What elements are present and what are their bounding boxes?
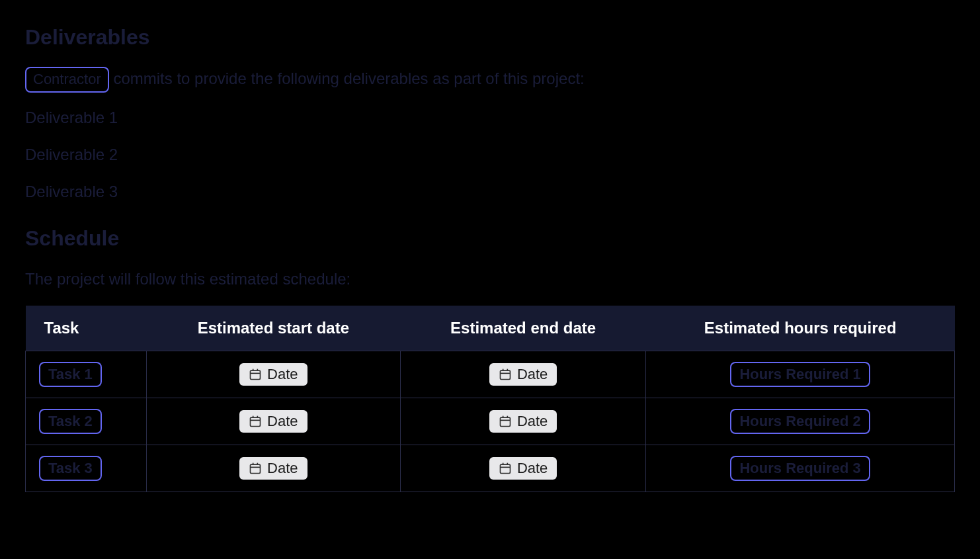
calendar-icon	[249, 462, 262, 475]
hours-chip[interactable]: Hours Required 1	[730, 362, 870, 387]
col-task: Task	[26, 306, 147, 351]
hours-chip[interactable]: Hours Required 3	[730, 456, 870, 481]
svg-rect-12	[500, 418, 510, 427]
calendar-icon	[499, 462, 512, 475]
date-label: Date	[267, 366, 298, 383]
task-chip[interactable]: Task 1	[39, 362, 102, 387]
table-row: Task 1 Date Date Hours Required 1	[26, 351, 955, 398]
hours-chip[interactable]: Hours Required 2	[730, 409, 870, 434]
schedule-intro: The project will follow this estimated s…	[25, 268, 955, 290]
task-chip[interactable]: Task 3	[39, 456, 102, 481]
schedule-table: Task Estimated start date Estimated end …	[25, 306, 955, 492]
col-start: Estimated start date	[146, 306, 400, 351]
deliverable-item: Deliverable 1	[25, 108, 955, 127]
date-label: Date	[517, 413, 548, 430]
svg-rect-8	[251, 418, 261, 427]
deliverables-intro-text: commits to provide the following deliver…	[109, 69, 585, 87]
svg-rect-0	[251, 371, 261, 380]
contractor-chip[interactable]: Contractor	[25, 67, 109, 93]
svg-rect-4	[500, 371, 510, 380]
deliverables-heading: Deliverables	[25, 25, 955, 50]
table-row: Task 3 Date Date Hours Required 3	[26, 445, 955, 492]
calendar-icon	[499, 368, 512, 381]
table-row: Task 2 Date Date Hours Required 2	[26, 398, 955, 445]
task-chip[interactable]: Task 2	[39, 409, 102, 434]
svg-rect-16	[251, 465, 261, 474]
table-header-row: Task Estimated start date Estimated end …	[26, 306, 955, 351]
svg-rect-20	[500, 465, 510, 474]
deliverable-item: Deliverable 3	[25, 183, 955, 201]
calendar-icon	[249, 368, 262, 381]
date-label: Date	[517, 366, 548, 383]
date-chip-start[interactable]: Date	[239, 457, 307, 480]
deliverables-intro: Contractor commits to provide the follow…	[25, 67, 955, 93]
date-label: Date	[267, 413, 298, 430]
calendar-icon	[499, 415, 512, 428]
deliverable-item: Deliverable 2	[25, 146, 955, 164]
col-end: Estimated end date	[400, 306, 645, 351]
schedule-heading: Schedule	[25, 226, 955, 251]
date-chip-end[interactable]: Date	[489, 457, 557, 480]
col-hours: Estimated hours required	[646, 306, 955, 351]
date-label: Date	[517, 460, 548, 477]
date-label: Date	[267, 460, 298, 477]
date-chip-start[interactable]: Date	[239, 410, 307, 433]
date-chip-end[interactable]: Date	[489, 363, 557, 386]
date-chip-start[interactable]: Date	[239, 363, 307, 386]
calendar-icon	[249, 415, 262, 428]
date-chip-end[interactable]: Date	[489, 410, 557, 433]
